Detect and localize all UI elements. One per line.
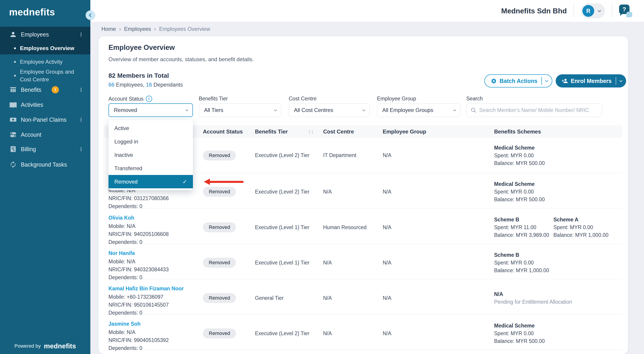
cost-centre-cell: Human Resourced xyxy=(323,224,383,230)
arrow-head xyxy=(204,179,210,185)
dropdown-option-transferred[interactable]: Transferred xyxy=(108,162,193,175)
employees-count: 66 xyxy=(108,82,114,88)
chevron-right-icon xyxy=(81,118,81,122)
employee-group-label: Employee Group xyxy=(377,96,416,102)
table-row: Nor Hanifa Mobile: N/A NRIC/FIN: 9403230… xyxy=(104,244,622,279)
company-name: Mednefits Sdn Bhd xyxy=(501,7,567,15)
search-input[interactable] xyxy=(479,107,597,113)
chevron-down-icon xyxy=(274,108,277,111)
sidebar-item-label: Benefits xyxy=(21,87,41,93)
chevron-down-icon xyxy=(598,9,601,12)
benefits-tier-value: All Tiers xyxy=(204,107,223,113)
breadcrumb-home[interactable]: Home xyxy=(102,26,116,32)
chevron-down-icon xyxy=(619,79,622,82)
benefits-tier-cell: General Tier xyxy=(255,295,323,301)
cost-centre-value: All Cost Centres xyxy=(294,107,333,113)
dropdown-option-inactive[interactable]: Inactive xyxy=(108,148,193,162)
sidebar-subitem-label: Employee Activity xyxy=(20,58,62,66)
chevron-down-icon xyxy=(362,108,365,111)
chevron-down-icon xyxy=(545,79,548,82)
table-row: Olivia Koh Mobile: N/A NRIC/FIN: 9402051… xyxy=(104,208,622,244)
table-row: Jasmine Soh Mobile: N/A NRIC/FIN: 990405… xyxy=(104,314,622,350)
cost-centre-cell: IT Department xyxy=(323,152,383,158)
dropdown-option-active[interactable]: Active xyxy=(108,122,193,135)
member-name-link[interactable]: Olivia Koh xyxy=(108,214,134,222)
benefits-tier-cell: Executive (Level 2) Tier xyxy=(255,189,323,195)
status-badge: Removed xyxy=(203,258,236,268)
sidebar-item-background-tasks[interactable]: Background Tasks xyxy=(0,159,90,170)
chevron-right-icon xyxy=(81,147,81,151)
member-name-link[interactable]: Kamal Hafiz Bin Fizaman Noor xyxy=(108,285,184,293)
employee-group-cell: N/A xyxy=(383,189,494,195)
cost-centre-cell: N/A xyxy=(323,189,383,195)
chevron-right-icon xyxy=(81,88,81,92)
scheme-block: Scheme B Spent: MYR 0.00 Balance: MYR 1,… xyxy=(494,251,554,274)
powered-by: Powered by mednefits xyxy=(0,342,90,350)
help-button[interactable]: ? xyxy=(619,5,632,17)
sidebar-item-activities[interactable]: Activities xyxy=(0,99,90,111)
bullet-icon xyxy=(14,47,16,49)
employee-group-select[interactable]: All Employee Groups xyxy=(377,103,460,117)
arrow-tail xyxy=(210,181,244,183)
info-icon[interactable]: i xyxy=(146,96,152,102)
employees-label: Employees, xyxy=(114,82,146,88)
breadcrumb-separator: › xyxy=(154,26,156,32)
scheme-note: Pending for Entitlement Allocation xyxy=(494,298,589,306)
chevron-down-icon xyxy=(81,33,81,37)
dependants-label: Dependants xyxy=(152,82,183,88)
account-status-dropdown: Active Logged in Inactive Transferred Re… xyxy=(108,120,193,190)
employee-group-cell: N/A xyxy=(383,260,494,266)
member-cell: Olivia Koh Mobile: N/A NRIC/FIN: 9402051… xyxy=(108,208,203,246)
alert-badge: ! xyxy=(52,86,59,93)
cost-centre-select[interactable]: All Cost Centres xyxy=(289,103,370,117)
member-name-link[interactable]: Jasmine Soh xyxy=(108,320,140,328)
sidebar-item-label: Billing xyxy=(21,146,36,153)
header-actions: Batch Actions Enrol Members xyxy=(484,74,626,88)
sidebar-item-label: Activities xyxy=(21,102,43,108)
sidebar-subitem-label: Employees Overview xyxy=(20,45,74,52)
scheme-block: Scheme B Spent: MYR 11.00 Balance: MYR 3… xyxy=(494,216,554,239)
benefits-schemes-cell: Medical Scheme Spent: MYR 0.00 Balance: … xyxy=(494,180,622,203)
sidebar-item-benefits[interactable]: Benefits ! xyxy=(0,84,90,96)
sidebar-item-billing[interactable]: $ Billing xyxy=(0,143,90,155)
sidebar-item-employees[interactable]: Employees xyxy=(0,29,90,40)
toggles-icon xyxy=(9,131,17,139)
bullet-icon xyxy=(14,75,16,77)
enrol-members-button[interactable]: Enrol Members xyxy=(556,74,626,88)
dropdown-option-logged-in[interactable]: Logged in xyxy=(108,135,193,148)
sort-arrows-icon[interactable]: ↑↓ xyxy=(308,129,314,135)
col-header-cost-centre: Cost Centre xyxy=(323,129,383,135)
user-menu[interactable]: R xyxy=(581,4,605,18)
divider xyxy=(616,77,616,85)
member-dependents: Dependents: 0 xyxy=(108,345,142,351)
sidebar-item-employee-groups[interactable]: Employee Groups and Cost Centre xyxy=(0,68,90,84)
batch-actions-button[interactable]: Batch Actions xyxy=(484,74,552,88)
members-breakdown: 66 Employees, 16 Dependants xyxy=(108,82,183,88)
member-nric: NRIC/FIN: 950106145507 xyxy=(108,302,169,308)
status-badge: Removed xyxy=(203,222,236,232)
account-status-select[interactable]: Removed xyxy=(108,103,193,117)
member-mobile: Mobile: N/A xyxy=(108,259,136,264)
col-header-benefits-tier: Benefits Tier ↑↓ xyxy=(255,129,323,135)
sidebar-item-label: Account xyxy=(21,131,41,138)
sidebar-collapse-button[interactable] xyxy=(86,11,95,20)
divider xyxy=(542,77,542,85)
sidebar-item-employees-overview[interactable]: Employees Overview xyxy=(0,43,90,54)
member-name-link[interactable]: Nor Hanifa xyxy=(108,249,135,257)
benefits-tier-select[interactable]: All Tiers xyxy=(199,103,281,117)
member-nric: NRIC/FIN: 940205106608 xyxy=(108,231,169,237)
sidebar-subitem-label: Employee Groups and Cost Centre xyxy=(20,68,76,83)
sidebar-item-account[interactable]: Account xyxy=(0,129,90,141)
breadcrumb-current: Employees Overview xyxy=(159,26,210,32)
cost-centre-cell: N/A xyxy=(323,330,383,336)
benefits-tier-label: Benefits Tier xyxy=(199,96,228,102)
cash-icon xyxy=(9,116,17,124)
member-cell: Kamal Hafiz Bin Fizaman Noor Mobile: +60… xyxy=(108,279,203,317)
sidebar-item-non-panel-claims[interactable]: Non-Panel Claims xyxy=(0,114,90,126)
member-nric: NRIC/FIN: 031217080366 xyxy=(108,195,169,201)
member-mobile: Mobile: +60-173236097 xyxy=(108,294,163,300)
sidebar-item-employee-activity[interactable]: Employee Activity xyxy=(0,57,90,67)
breadcrumb-employees[interactable]: Employees xyxy=(124,26,151,32)
sidebar-item-label: Background Tasks xyxy=(21,161,67,168)
dropdown-option-removed[interactable]: Removed ✓ xyxy=(108,175,193,188)
